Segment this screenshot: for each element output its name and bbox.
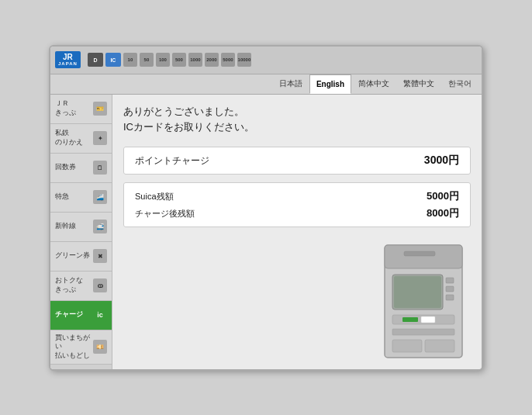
suica-balance-row: Suica残額 5000円 [135, 189, 459, 203]
svg-rect-12 [425, 340, 454, 352]
atm-illustration [373, 237, 474, 361]
coupon-icon: 🗒 [93, 161, 107, 175]
charge-value: 3000円 [424, 154, 459, 168]
svg-rect-8 [402, 317, 418, 322]
svg-rect-4 [446, 278, 454, 283]
after-charge-value: 8000円 [427, 206, 459, 220]
svg-rect-1 [385, 245, 462, 268]
language-bar: 日本語 English 简体中文 繁體中文 한국어 [50, 74, 482, 95]
suica-label: Suica残額 [135, 191, 174, 202]
svg-rect-5 [446, 286, 454, 292]
coin-d: D [88, 53, 103, 67]
express-icon: 🚄 [93, 190, 107, 204]
greeting-line2: ICカードをお取りください。 [123, 119, 471, 136]
refund-icon: 💴 [93, 340, 107, 354]
after-balance-row: チャージ後残額 8000円 [135, 206, 459, 220]
svg-rect-9 [421, 316, 435, 323]
coin-2000: 2000 [205, 53, 219, 67]
after-charge-label: チャージ後残額 [135, 208, 195, 220]
suica-value: 5000円 [427, 189, 459, 203]
svg-rect-13 [404, 251, 435, 256]
coin-100: 100 [156, 53, 170, 67]
coin-50: 50 [140, 53, 154, 67]
sidebar-item-refund[interactable]: 買いまちがい払いもどし 💴 [50, 330, 112, 365]
coin-ic: IC [105, 53, 121, 67]
sidebar-item-charge[interactable]: チャージ ic [50, 301, 112, 330]
sidebar-item-discount[interactable]: おトクなきっぷ 🎟 [50, 271, 112, 301]
svg-rect-11 [392, 340, 422, 352]
svg-rect-6 [446, 295, 454, 300]
sidebar-item-jr-ticket[interactable]: ＪＲきっぷ 🎫 [50, 95, 112, 124]
coin-500: 500 [172, 53, 186, 67]
lang-tab-simplified-chinese[interactable]: 简体中文 [351, 74, 396, 94]
sidebar-item-express[interactable]: 特急 🚄 [50, 183, 112, 213]
jr-ticket-icon: 🎫 [93, 102, 107, 116]
shinkansen-icon: 🚅 [93, 220, 107, 233]
kiosk-frame: JR JAPAN D IC 10 50 100 500 1000 2000 50… [49, 45, 483, 371]
main-area: ＪＲきっぷ 🎫 私鉄のりかえ ✦ 回数券 🗒 特急 🚄 新幹線 🚅 グリーン券 [50, 95, 482, 369]
sidebar-item-transfer[interactable]: 私鉄のりかえ ✦ [50, 124, 112, 154]
greeting-line1: ありがとうございました。 [123, 104, 471, 120]
svg-rect-3 [394, 276, 441, 308]
coin-1000: 1000 [188, 53, 202, 67]
svg-rect-10 [392, 329, 454, 335]
jr-logo-sub: JAPAN [58, 61, 78, 67]
lang-tab-korean[interactable]: 한국어 [441, 74, 478, 94]
jr-logo-text: JR [63, 53, 73, 61]
lang-tab-english[interactable]: English [309, 74, 351, 94]
top-bar: JR JAPAN D IC 10 50 100 500 1000 2000 50… [50, 47, 482, 74]
balance-box: Suica残額 5000円 チャージ後残額 8000円 [123, 182, 471, 227]
green-icon: ✖ [93, 249, 107, 263]
coin-10: 10 [123, 53, 137, 67]
greeting: ありがとうございました。 ICカードをお取りください。 [123, 104, 471, 137]
jr-logo: JR JAPAN [55, 51, 81, 68]
content-area: ありがとうございました。 ICカードをお取りください。 ポイントチャージ 300… [112, 95, 482, 369]
transfer-icon: ✦ [93, 131, 107, 145]
sidebar-item-green[interactable]: グリーン券 ✖ [50, 242, 112, 271]
coin-10000: 10000 [237, 53, 251, 67]
coin-5000: 5000 [221, 53, 235, 67]
lang-tab-japanese[interactable]: 日本語 [272, 74, 309, 94]
sidebar-item-shinkansen[interactable]: 新幹線 🚅 [50, 213, 112, 242]
lang-tab-traditional-chinese[interactable]: 繁體中文 [396, 74, 441, 94]
discount-icon: 🎟 [93, 278, 107, 292]
ic-icon: ic [93, 308, 107, 322]
sidebar: ＪＲきっぷ 🎫 私鉄のりかえ ✦ 回数券 🗒 特急 🚄 新幹線 🚅 グリーン券 [50, 95, 112, 369]
sidebar-item-coupon[interactable]: 回数券 🗒 [50, 154, 112, 183]
charge-amount-box: ポイントチャージ 3000円 [123, 147, 471, 175]
charge-label: ポイントチャージ [135, 154, 209, 168]
